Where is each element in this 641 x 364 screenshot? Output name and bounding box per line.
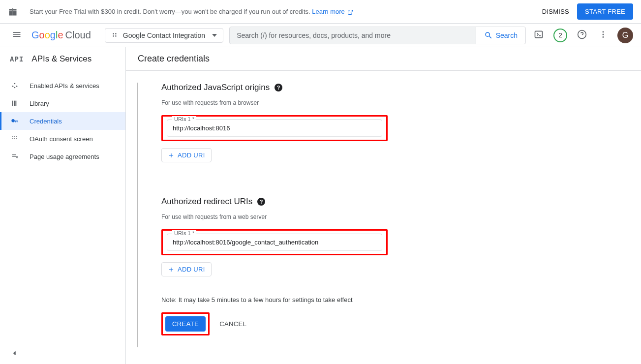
key-icon <box>10 117 20 125</box>
svg-point-26 <box>16 136 17 137</box>
library-icon <box>10 99 20 107</box>
svg-point-7 <box>115 33 117 34</box>
js-origins-add-uri-button[interactable]: ADD URI <box>161 148 212 162</box>
js-origins-highlight: URIs 1 * <box>161 115 388 141</box>
free-trial-banner: Start your Free Trial with $300 in credi… <box>0 0 641 24</box>
plus-icon <box>168 266 175 273</box>
start-free-button[interactable]: START FREE <box>577 3 633 20</box>
header-bar: Google Cloud Google Contact Integration … <box>0 24 641 47</box>
svg-point-17 <box>14 83 16 85</box>
hamburger-menu-button[interactable] <box>8 26 26 45</box>
page-header: Create credentials <box>126 47 641 71</box>
svg-point-28 <box>14 138 15 139</box>
chevron-left-icon <box>10 349 19 358</box>
search-input[interactable] <box>230 31 476 39</box>
svg-rect-0 <box>9 11 13 15</box>
redirect-uris-highlight: URIs 1 * <box>161 229 388 255</box>
redirect-uris-help-icon[interactable]: ? <box>257 198 265 206</box>
sidebar-item-label: OAuth consent screen <box>30 135 93 143</box>
svg-rect-33 <box>15 351 16 355</box>
js-origins-title: Authorized JavaScript origins <box>161 83 270 92</box>
svg-point-27 <box>12 138 13 139</box>
chevron-down-icon <box>212 33 217 38</box>
cloud-wordmark: Cloud <box>65 30 91 41</box>
js-origins-help-icon[interactable]: ? <box>275 84 282 91</box>
svg-rect-31 <box>12 156 16 156</box>
sidebar-item-page-usage[interactable]: Page usage agreements <box>0 148 125 165</box>
collapse-sidebar-button[interactable] <box>10 349 19 359</box>
svg-point-29 <box>16 138 17 139</box>
svg-point-20 <box>14 87 16 89</box>
sidebar-item-enabled-apis[interactable]: Enabled APIs & services <box>0 77 125 94</box>
redirect-uris-add-uri-button[interactable]: ADD URI <box>161 262 212 276</box>
more-options-button[interactable] <box>597 28 610 42</box>
svg-point-6 <box>113 33 114 34</box>
avatar[interactable]: G <box>617 28 633 43</box>
redirect-uris-field: URIs 1 * <box>167 234 382 251</box>
create-button[interactable]: CREATE <box>165 316 206 332</box>
sidebar-item-library[interactable]: Library <box>0 94 125 112</box>
sidebar: API APIs & Services Enabled APIs & servi… <box>0 47 126 364</box>
project-name: Google Contact Integration <box>123 31 205 39</box>
create-highlight: CREATE <box>161 312 210 335</box>
project-selector[interactable]: Google Contact Integration <box>105 28 223 43</box>
help-icon <box>577 30 587 39</box>
gift-icon <box>8 7 18 17</box>
svg-point-18 <box>12 86 14 87</box>
sidebar-item-label: Enabled APIs & services <box>30 82 99 90</box>
plus-icon <box>168 152 175 159</box>
sidebar-item-oauth-consent[interactable]: OAuth consent screen <box>0 130 125 148</box>
js-origins-field: URIs 1 * <box>167 120 382 137</box>
sidebar-item-label: Credentials <box>30 118 62 125</box>
redirect-uris-input[interactable] <box>168 235 381 250</box>
svg-point-24 <box>12 136 13 137</box>
search-icon <box>484 31 493 40</box>
redirect-uris-field-label: URIs 1 * <box>172 230 196 236</box>
svg-rect-30 <box>12 154 16 155</box>
project-icon <box>111 31 119 39</box>
svg-point-16 <box>603 36 604 38</box>
sidebar-title: APIs & Services <box>31 54 92 64</box>
svg-rect-22 <box>14 101 15 106</box>
free-trial-badge[interactable]: 2 <box>553 29 567 42</box>
redirect-uris-title: Authorized redirect URIs <box>161 197 252 207</box>
sidebar-item-label: Page usage agreements <box>30 153 99 160</box>
consent-icon <box>10 135 20 143</box>
js-origins-subtitle: For use with requests from a browser <box>161 99 641 106</box>
google-wordmark: Google <box>31 30 63 41</box>
js-origins-input[interactable] <box>168 121 381 136</box>
search-bar: Search <box>229 27 526 44</box>
svg-point-14 <box>603 31 604 32</box>
note-text: Note: It may take 5 minutes to a few hou… <box>161 296 641 303</box>
cloud-shell-button[interactable] <box>532 28 546 43</box>
js-origins-section: Authorized JavaScript origins ? For use … <box>161 83 641 162</box>
banner-text: Start your Free Trial with $300 in credi… <box>30 8 542 15</box>
sidebar-item-label: Library <box>30 100 49 107</box>
sidebar-item-credentials[interactable]: Credentials <box>0 112 125 130</box>
svg-point-19 <box>16 86 18 87</box>
svg-line-5 <box>350 10 353 13</box>
terminal-icon <box>534 30 544 39</box>
svg-point-32 <box>16 156 18 158</box>
svg-point-8 <box>113 35 114 37</box>
svg-point-15 <box>603 34 604 35</box>
svg-rect-21 <box>12 101 13 106</box>
svg-rect-23 <box>15 101 16 106</box>
cancel-button[interactable]: CANCEL <box>219 320 246 328</box>
svg-rect-4 <box>12 8 13 15</box>
menu-icon <box>12 30 22 39</box>
svg-rect-1 <box>13 11 17 15</box>
action-row: CREATE CANCEL <box>161 312 641 335</box>
enabled-apis-icon <box>10 82 20 90</box>
google-cloud-logo[interactable]: Google Cloud <box>31 30 91 41</box>
js-origins-field-label: URIs 1 * <box>172 116 196 122</box>
search-button[interactable]: Search <box>476 27 525 44</box>
page-title: Create credentials <box>138 54 210 64</box>
dismiss-button[interactable]: DISMISS <box>542 8 569 15</box>
external-link-icon <box>347 9 353 15</box>
redirect-uris-subtitle: For use with requests from a web server <box>161 213 641 220</box>
help-button[interactable] <box>575 28 589 43</box>
api-icon: API <box>10 55 24 63</box>
learn-more-link[interactable]: Learn more <box>312 8 344 16</box>
kebab-icon <box>599 30 608 39</box>
